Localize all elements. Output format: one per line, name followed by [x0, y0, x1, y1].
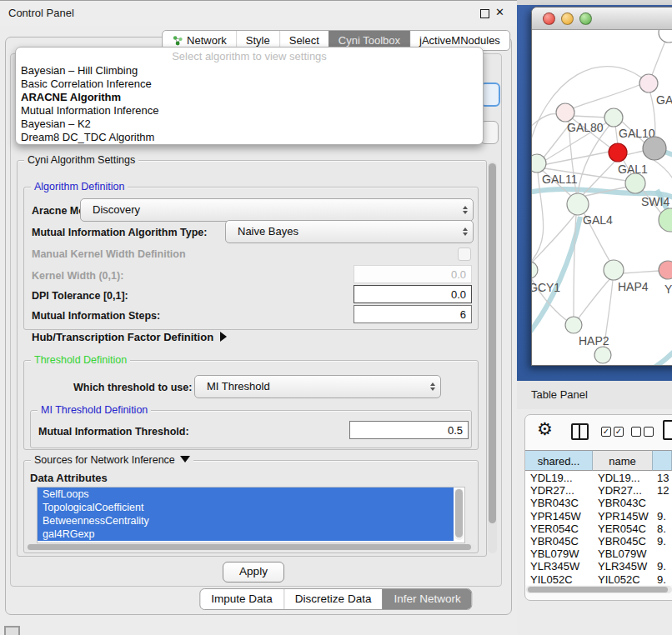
network-node-gcy1[interactable]: [532, 262, 538, 278]
mi-steps-field[interactable]: [354, 305, 472, 323]
aracne-mode-combo[interactable]: Discovery: [80, 198, 474, 222]
document-icon[interactable]: [663, 420, 672, 440]
kernel-width-field[interactable]: [354, 265, 472, 283]
apply-button[interactable]: Apply: [223, 562, 284, 582]
bottom-tab-impute-data[interactable]: Impute Data: [200, 589, 283, 609]
table-cell: 9.: [657, 535, 666, 548]
network-edge[interactable]: [569, 82, 647, 110]
network-node-hap2[interactable]: [565, 317, 582, 333]
column-layout-icon[interactable]: [571, 423, 589, 440]
attribute-list-scrollbar[interactable]: [454, 488, 464, 540]
table-cell: YDR27...: [598, 484, 642, 497]
table-panel-title: Table Panel: [531, 388, 588, 401]
table-cell: YBL079W: [530, 548, 579, 560]
deselect-all-checkboxes-icon[interactable]: [631, 427, 654, 437]
network-node-hap4[interactable]: [604, 260, 624, 280]
network-window-titlebar[interactable]: [532, 8, 672, 30]
network-node[interactable]: [659, 30, 672, 42]
tab-label: jActiveMNodules: [419, 34, 500, 47]
algorithm-option[interactable]: Dream8 DC_TDC Algorithm: [19, 131, 471, 144]
network-node-gal[interactable]: [639, 74, 658, 92]
manual-kernel-checkbox[interactable]: [458, 248, 471, 261]
table-row[interactable]: YPR145WYPR145W9.: [525, 510, 672, 522]
close-window-icon[interactable]: [543, 12, 555, 25]
settings-scrollbar[interactable]: [488, 162, 497, 553]
table-column-header[interactable]: [653, 450, 672, 471]
table-column-header[interactable]: shared...: [525, 450, 593, 471]
network-canvas[interactable]: GALGAL80GAL10GAL1GAL11SWI4GAL4GCY1HAP4YH…: [532, 30, 672, 365]
table-row[interactable]: YIL052CYIL052C9.: [525, 573, 672, 585]
algorithm-option[interactable]: Bayesian – Hill Climbing: [19, 64, 471, 78]
table-row[interactable]: YBR043CYBR043C: [525, 497, 672, 509]
close-panel-icon[interactable]: ✕: [495, 6, 504, 18]
table-row[interactable]: YER054CYER054C8.: [525, 522, 672, 535]
table-row[interactable]: YBL079WYBL079W: [525, 548, 672, 560]
algorithm-option[interactable]: ARACNE Algorithm: [19, 91, 471, 104]
network-edge[interactable]: [543, 152, 609, 165]
bottom-tab-infer-network[interactable]: Infer Network: [382, 589, 471, 609]
sources-hscrollbar[interactable]: [25, 543, 475, 551]
network-node-gal11[interactable]: [532, 154, 546, 172]
hub-definition-expander[interactable]: Hub/Transcription Factor Definition: [32, 331, 227, 343]
network-edge[interactable]: [573, 116, 607, 118]
minimize-window-icon[interactable]: [561, 12, 574, 25]
bottom-tab-discretize-data[interactable]: Discretize Data: [283, 589, 383, 609]
attribute-item-selected[interactable]: SelfLoops: [38, 488, 454, 501]
stepper-arrows-icon: [463, 228, 468, 236]
select-all-checkboxes-icon[interactable]: ✓✓: [601, 427, 624, 437]
network-edge[interactable]: [625, 151, 644, 155]
network-node[interactable]: [643, 137, 666, 160]
sources-title[interactable]: Sources for Network Inference: [31, 454, 193, 466]
mi-threshold-group-title: MI Threshold Definition: [38, 404, 151, 416]
table-cell: YDL19...: [530, 472, 573, 484]
kernel-width-label: Kernel Width (0,1):: [32, 270, 123, 282]
which-threshold-value: MI Threshold: [207, 380, 270, 392]
data-attributes-list[interactable]: SelfLoopsTopologicalCoefficientBetweenne…: [37, 487, 465, 543]
table-cell: YBR043C: [530, 497, 579, 509]
network-edge[interactable]: [615, 125, 618, 145]
mi-threshold-field[interactable]: [349, 421, 469, 439]
gear-icon[interactable]: ⚙: [537, 419, 553, 439]
algorithm-option[interactable]: Bayesian – K2: [19, 118, 471, 131]
table-cell: 13: [657, 472, 669, 484]
attribute-item-selected[interactable]: TopologicalCoefficient: [38, 501, 454, 514]
table-cell: YPR145W: [530, 510, 581, 522]
network-node-y[interactable]: [659, 261, 672, 279]
aracne-mode-value: Discovery: [93, 203, 140, 216]
network-window[interactable]: GALGAL80GAL10GAL1GAL11SWI4GAL4GCY1HAP4YH…: [531, 7, 672, 366]
threshold-definition-title: Threshold Definition: [31, 354, 130, 366]
dpi-tolerance-field[interactable]: [354, 285, 472, 303]
table-hscrollbar[interactable]: [526, 586, 672, 593]
network-node-gal80[interactable]: [556, 103, 574, 122]
table-cell: YPR145W: [598, 510, 649, 522]
table-cell: YER054C: [530, 522, 579, 535]
network-node[interactable]: [594, 347, 611, 363]
attribute-item-selected[interactable]: gal4RGexp: [38, 528, 454, 541]
node-label: GAL11: [542, 172, 578, 186]
network-edge[interactable]: [622, 271, 659, 273]
network-node-gal4[interactable]: [567, 193, 589, 215]
table-row[interactable]: YDL19...YDL19...13: [525, 472, 672, 484]
which-threshold-combo[interactable]: MI Threshold: [194, 375, 441, 398]
algorithm-option[interactable]: Mutual Information Inference: [19, 104, 471, 118]
stepper-arrows-icon: [430, 382, 435, 391]
table-row[interactable]: YDR27...YDR27...12: [525, 484, 672, 497]
table-column-header[interactable]: name: [593, 450, 653, 471]
network-edge[interactable]: [574, 215, 576, 318]
network-node-swi4[interactable]: [625, 173, 645, 193]
network-node-gal1[interactable]: [609, 143, 627, 162]
network-edge[interactable]: [532, 67, 647, 155]
network-edge[interactable]: [578, 278, 611, 319]
table-row[interactable]: YLR345WYLR345W9.: [525, 560, 672, 572]
settings-scrollbar-thumb[interactable]: [489, 163, 496, 523]
attribute-item-selected[interactable]: BetweennessCentrality: [38, 514, 454, 528]
zoom-window-icon[interactable]: [579, 12, 592, 25]
table-cell: 9.: [657, 560, 666, 572]
network-node-gal10[interactable]: [604, 108, 623, 127]
float-panel-icon[interactable]: [480, 9, 489, 18]
mi-type-combo[interactable]: Naive Bayes: [225, 220, 474, 243]
table-row[interactable]: YBR045CYBR045C9.: [525, 535, 672, 548]
node-label: GAL80: [567, 121, 604, 134]
table-panel-titlebar: Table Panel: [517, 381, 672, 409]
algorithm-option[interactable]: Basic Correlation Inference: [19, 78, 471, 91]
